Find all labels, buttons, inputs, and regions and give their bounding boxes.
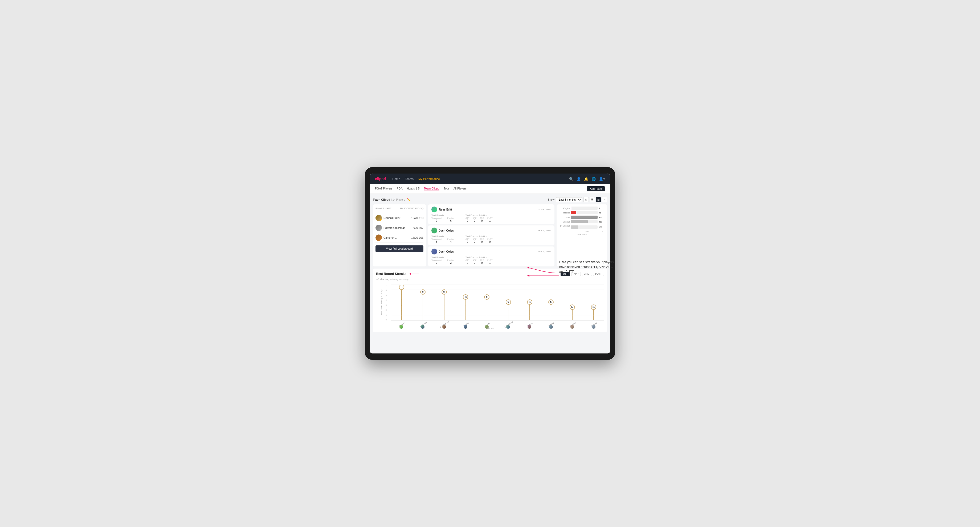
sub-nav-pga[interactable]: PGA [397,187,402,191]
view-icons: ⊞ ☰ ▦ ≡ [584,197,607,202]
player-avatars-row [391,325,604,329]
streak-bubble: 6x [420,289,426,295]
player-info: 1 Richard Butler [375,215,410,221]
stat-label: Total Rounds [431,214,455,216]
team-title: Team Clippd | 14 Players ✏️ [373,198,410,202]
nav-links: Home Teams My Performance [392,177,569,181]
streak-bars-area: 7x 6x 6x [391,284,604,321]
player-card-date: 20 Aug 2023 [538,250,551,253]
streak-bubble: 4x [548,300,554,305]
chart-bar [571,206,571,210]
nav-link-home[interactable]: Home [392,177,400,181]
annotation: Here you can see streaks your players ha… [559,260,618,274]
avatar-icon[interactable]: 👤▾ [599,177,605,181]
player-card-header: Josh Coles 26 Aug 2023 [431,227,551,233]
bell-icon[interactable]: 🔔 [584,177,588,181]
chart-bar [571,220,588,223]
chart-label: Eagles [559,207,570,210]
streak-bubble: 5x [484,294,490,300]
chart-label: Pars [559,216,570,219]
sub-nav-team-clippd[interactable]: Team Clippd [424,187,439,191]
streak-bar-group: 6x [412,284,433,321]
streak-line [530,305,530,321]
search-icon[interactable]: 🔍 [569,177,573,181]
sub-nav-tour[interactable]: Tour [444,187,449,191]
player-info: 2 Edward Crossman [375,225,410,231]
player-card-avatar [431,249,437,254]
chart-title: Total Shots [559,233,605,236]
view-leaderboard-button[interactable]: View Full Leaderboard [375,245,423,252]
player-avatar [421,325,425,329]
streaks-section: Best Round Streaks OTT APP ARG PUTT [373,268,607,332]
sub-nav-pgat[interactable]: PGAT Players [375,187,393,191]
stats-chart: Eagles 3 Birdies [557,205,607,267]
col-pb-avg: PB AVG SQ [412,207,423,210]
streak-line [508,305,509,321]
chart-row-birdies: Birdies 96 [559,211,605,214]
player-info: 3 Cameron... [375,235,410,241]
player-name: Edward Crossman [383,227,405,229]
player-avatar [592,325,595,329]
table-row: 1 Richard Butler 19/20 110 [375,213,423,223]
chart-val: 499 [599,216,605,219]
avatar: 2 [375,225,382,231]
nav-link-teams[interactable]: Teams [405,177,414,181]
pb-avg: 110 [419,217,423,220]
card-view-button[interactable]: ▦ [596,197,601,202]
player-avatar [528,325,531,329]
chart-row-pars: Pars 499 [559,216,605,219]
edit-icon[interactable]: ✏️ [407,198,410,201]
player-card: Rees Britt 02 Sep 2023 Total Rounds Tour… [428,205,554,224]
streak-line [444,295,444,321]
avatar: 1 [375,215,382,221]
stat-col-tournament: Tournament [431,217,442,219]
x-axis-label: Players [487,327,494,329]
streak-bar-group: 4x [498,284,519,321]
streak-bar-group: 4x [541,284,562,321]
stat-group-rounds: Total Rounds Tournament 8 Practice [431,235,455,243]
person-icon[interactable]: 👤 [577,177,581,181]
streak-bubble: 3x [591,305,596,310]
nav-icons: 🔍 👤 🔔 🌐 👤▾ [569,177,605,181]
stat-divider [460,214,460,222]
player-avatar [442,325,446,329]
period-select[interactable]: Last 3 months [556,197,582,202]
list-view-button[interactable]: ☰ [590,197,595,202]
player-card-header: Josh Coles 20 Aug 2023 [431,249,551,254]
grid-view-button[interactable]: ⊞ [584,197,589,202]
streak-bar-group: 7x [391,284,412,321]
chart-row-eagles: Eagles 3 [559,206,605,210]
leaderboard-header: PLAYER NAME PB SCORE PB AVG SQ [375,207,423,211]
rank-badge: 1 [380,219,382,221]
table-row: 2 Edward Crossman 18/20 107 [375,223,423,233]
streak-bubble: 7x [399,284,404,290]
right-panel: Rees Britt 02 Sep 2023 Total Rounds Tour… [428,205,607,267]
add-team-button[interactable]: Add Team [587,186,605,191]
streak-bubble: 5x [463,294,468,300]
player-card-name: Josh Coles [439,250,536,253]
col-pb-score: PB SCORE [400,207,412,210]
svg-marker-1 [409,273,410,275]
nav-link-performance[interactable]: My Performance [418,177,440,181]
stat-group-rounds: Total Rounds Tournament 7 Practice [431,214,455,222]
streak-line [572,310,573,321]
y-ticks: 7 6 5 4 3 2 1 0 [386,284,390,321]
arrow-left-icon [409,272,419,276]
chart-bar-container [571,211,598,214]
table-view-button[interactable]: ≡ [602,197,607,202]
two-panel: PLAYER NAME PB SCORE PB AVG SQ 1 [373,205,607,267]
chart-label: Bogeys [559,221,570,223]
stat-val-tournament: 7 [431,219,442,222]
sub-nav-all-players[interactable]: All Players [453,187,466,191]
streak-bar-group: 6x [434,284,455,321]
globe-icon[interactable]: 🌐 [592,177,596,181]
sub-nav-hcaps[interactable]: Hcaps 1-5 [407,187,420,191]
streak-line [466,300,466,321]
annotation-arrow2-icon [527,273,562,278]
player-avatar [549,325,553,329]
chart-bar-container [571,206,598,210]
streak-bar-group: 5x [455,284,476,321]
player-avatar [506,325,510,329]
streak-bar-group: 5x [476,284,497,321]
streak-line [487,300,487,321]
